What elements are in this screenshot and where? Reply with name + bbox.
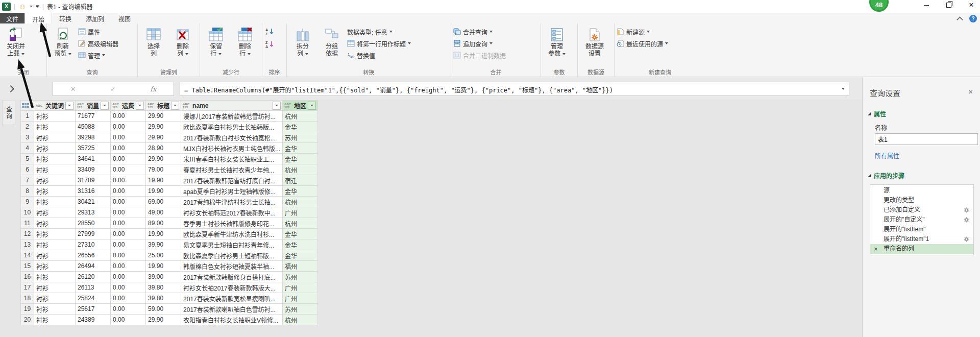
table-corner-button[interactable] [21,101,34,111]
cell-keyword[interactable]: 衬衫 [34,239,76,250]
cell-sold[interactable]: 26556 [76,250,111,261]
applied-steps-section-header[interactable]: 应用的步骤 [868,171,980,180]
cell-price[interactable]: 28.90 [146,143,181,154]
row-number[interactable]: 14 [21,250,34,261]
cell-freight[interactable]: 0.00 [111,186,146,197]
cell-area[interactable]: 杭州 [283,164,318,175]
row-number[interactable]: 11 [21,218,34,229]
cell-keyword[interactable]: 衬衫 [34,261,76,272]
cell-keyword[interactable]: 衬衫 [34,186,76,197]
row-number[interactable]: 7 [21,175,34,186]
feedback-smiley-icon[interactable]: ☺ [18,3,26,10]
properties-section-header[interactable]: 属性 [868,109,980,118]
cell-keyword[interactable]: 衬衫 [34,143,76,154]
use-first-row-as-headers-button[interactable]: 将第一行用作标题 [347,39,411,48]
gear-icon[interactable] [964,207,969,213]
cell-sold[interactable]: 30421 [76,197,111,207]
collapse-ribbon-icon[interactable] [957,16,963,23]
keep-rows-button[interactable]: 保留 行 [202,25,230,57]
cell-freight[interactable]: 0.00 [111,122,146,132]
cell-name[interactable]: 衬衫女长袖2017春装新款韩版大... [181,282,283,293]
remove-rows-button[interactable]: 删除 行 [231,25,259,57]
row-number[interactable]: 2 [21,122,34,132]
cell-name[interactable]: MJX白衬衫长袖衬衣男士纯色韩版... [181,143,283,154]
recent-sources-button[interactable]: 最近使用的源 [617,39,668,48]
refresh-preview-button[interactable]: 刷新 预览 [49,25,77,57]
sort-descending-button[interactable]: ZA [264,40,276,49]
step-changed-type[interactable]: 更改的类型 [870,196,973,205]
cell-area[interactable]: 广州 [283,207,318,218]
filter-button[interactable] [101,102,109,110]
data-source-settings-button[interactable]: 数据源 设置 [580,25,609,57]
new-source-button[interactable]: 新建源 [617,27,668,36]
cell-keyword[interactable]: 衬衫 [34,111,76,122]
cell-keyword[interactable]: 衬衫 [34,122,76,132]
cell-freight[interactable]: 0.00 [111,304,146,315]
cell-name[interactable]: 2017春纯棉牛津纺衬衫男士长袖... [181,197,283,207]
tab-transform[interactable]: 转换 [52,13,79,23]
cell-name[interactable]: 衬衫女长袖韩范2017春装新款中... [181,207,283,218]
cell-name[interactable]: 欧比森夏季白衬衫男士长袖韩版... [181,122,283,132]
cell-price[interactable]: 39.90 [146,239,181,250]
cell-price[interactable]: 79.00 [146,164,181,175]
row-number[interactable]: 1 [21,111,34,122]
cell-name[interactable]: apab夏季白衬衫男士短袖韩版修... [181,186,283,197]
cell-area[interactable]: 杭州 [283,197,318,207]
cell-price[interactable]: 89.00 [146,218,181,229]
formula-input[interactable]: = Table.RenameColumns(#"展开的"listItem"1",… [180,82,849,96]
cell-freight[interactable]: 0.00 [111,229,146,239]
cell-area[interactable]: 金华 [283,154,318,164]
cell-price[interactable]: 39.80 [146,282,181,293]
cell-price[interactable]: 29.90 [146,315,181,325]
cell-price[interactable]: 29.90 [146,154,181,164]
cell-area[interactable]: 金华 [283,239,318,250]
tab-file[interactable]: 文件 [0,13,24,23]
cell-area[interactable]: 苏州 [283,132,318,143]
manage-parameters-button[interactable]: 管理 参数 [543,25,571,57]
step-expanded-custom[interactable]: 展开的"自定义" [870,215,973,225]
cell-sold[interactable]: 34641 [76,154,111,164]
cell-keyword[interactable]: 衬衫 [34,304,76,315]
cell-area[interactable]: 苏州 [283,304,318,315]
cell-name[interactable]: 韩版棉白色女衬衫短袖夏装半袖... [181,261,283,272]
combine-binaries-button[interactable]: 合并二进制数据 [453,51,506,60]
cell-keyword[interactable]: 衬衫 [34,207,76,218]
step-renamed-columns[interactable]: × 重命名的列 [870,244,973,254]
cell-freight[interactable]: 0.00 [111,239,146,250]
cell-freight[interactable]: 0.00 [111,175,146,186]
cell-price[interactable]: 19.90 [146,229,181,239]
cell-name[interactable]: 春季男士衬衫长袖韩版修身印花... [181,218,283,229]
close-panel-icon[interactable]: × [968,87,973,96]
manage-button[interactable]: 管理 [78,51,118,60]
column-header-freight[interactable]: ABC123运费 [111,101,146,111]
group-by-button[interactable]: 分组 依据 [318,25,346,57]
cancel-formula-icon[interactable]: ✕ [70,85,76,93]
filter-button[interactable] [273,102,281,110]
split-column-button[interactable]: 拆分 列 [289,25,316,57]
cell-sold[interactable]: 26113 [76,282,111,293]
cell-name[interactable]: 2017春装新款韩版修身百搭打底... [181,272,283,282]
cell-sold[interactable]: 26494 [76,261,111,272]
cell-price[interactable]: 49.00 [146,207,181,218]
cell-freight[interactable]: 0.00 [111,132,146,143]
cell-name[interactable]: 衣阳指春白衬衫女长袖职业V领修... [181,315,283,325]
cell-area[interactable]: 金华 [283,186,318,197]
fx-icon[interactable]: fx [150,85,156,93]
row-number[interactable]: 6 [21,164,34,175]
cell-price[interactable]: 25.00 [146,250,181,261]
row-number[interactable]: 4 [21,143,34,154]
column-header-sold[interactable]: ABC123销量 [76,101,111,111]
tab-view[interactable]: 视图 [111,13,138,23]
cell-price[interactable]: 19.90 [146,261,181,272]
delete-step-icon[interactable]: × [874,244,878,254]
all-properties-link[interactable]: 所有属性 [875,151,980,160]
choose-columns-button[interactable]: 选择 列 [140,25,167,57]
row-number[interactable]: 20 [21,315,34,325]
cell-freight[interactable]: 0.00 [111,293,146,304]
cell-freight[interactable]: 0.00 [111,111,146,122]
cell-keyword[interactable]: 衬衫 [34,197,76,207]
cell-area[interactable]: 广州 [283,282,318,293]
row-number[interactable]: 8 [21,186,34,197]
tab-add-column[interactable]: 添加列 [79,13,111,23]
cell-freight[interactable]: 0.00 [111,261,146,272]
